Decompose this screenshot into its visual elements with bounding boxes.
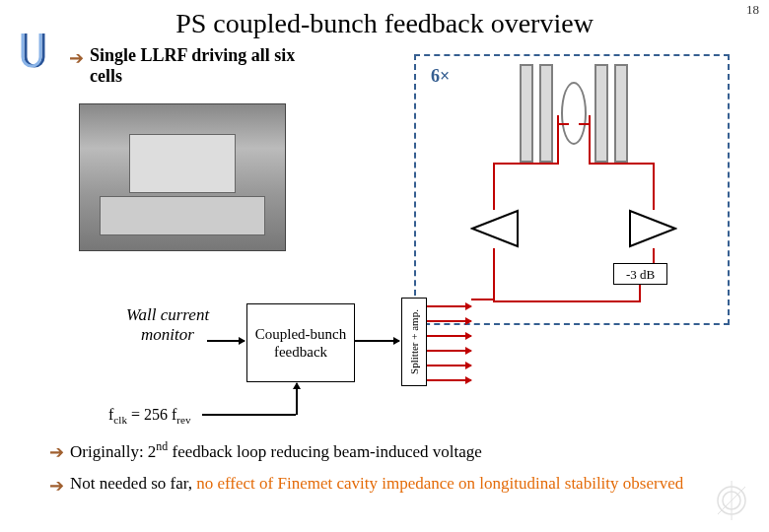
bottom-bullet-list: ➔ Originally: 2nd feedback loop reducing… xyxy=(49,433,749,506)
splitter-arrow xyxy=(427,335,471,337)
amplifier-right-icon xyxy=(628,209,677,248)
bullet-arrow-icon: ➔ xyxy=(69,47,84,69)
cern-logo-icon xyxy=(712,481,751,520)
splitter-amp-label: Splitter + amp. xyxy=(408,309,420,374)
bullet-top-text: Single LLRF driving all six cells xyxy=(90,45,307,87)
amplifier-left-icon xyxy=(470,209,520,248)
fb-to-splitter-arrow xyxy=(355,340,399,342)
svg-marker-0 xyxy=(472,211,518,246)
fclk-to-fb-arrow xyxy=(296,383,298,415)
bottom-bullet-2-text: Not needed so far, no effect of Finemet … xyxy=(70,473,683,494)
fb-block-label: Coupled-bunch feedback xyxy=(247,325,354,361)
svg-marker-1 xyxy=(630,211,675,246)
wcm-to-fb-arrow xyxy=(207,340,245,342)
cavity-icon xyxy=(520,64,628,163)
org-logo-icon xyxy=(20,30,49,69)
bottom-bullet-2: ➔ Not needed so far, no effect of Fineme… xyxy=(49,473,749,497)
page-number: 18 xyxy=(746,2,759,18)
bullet-arrow-icon: ➔ xyxy=(49,475,64,497)
bottom-bullet-1-text: Originally: 2nd feedback loop reducing b… xyxy=(70,439,482,462)
splitter-arrow xyxy=(427,320,471,322)
equipment-photo xyxy=(79,103,286,251)
slide-title: PS coupled-bunch feedback overview xyxy=(0,0,769,39)
fclk-line xyxy=(202,414,296,416)
splitter-arrow xyxy=(427,305,471,307)
splitter-arrow xyxy=(427,379,471,381)
multiplier-label: 6× xyxy=(431,66,450,87)
feedback-diagram: 6× -3 dB xyxy=(414,54,730,325)
splitter-amp-block: Splitter + amp. xyxy=(401,298,427,386)
splitter-arrow xyxy=(427,350,471,352)
bullet-arrow-icon: ➔ xyxy=(49,441,64,463)
coupled-bunch-feedback-block: Coupled-bunch feedback xyxy=(246,303,355,382)
bottom-bullet-1: ➔ Originally: 2nd feedback loop reducing… xyxy=(49,439,749,463)
fclk-label: fclk = 256 frev xyxy=(108,406,191,426)
attenuator-box: -3 dB xyxy=(613,263,667,285)
splitter-arrow xyxy=(427,365,471,366)
